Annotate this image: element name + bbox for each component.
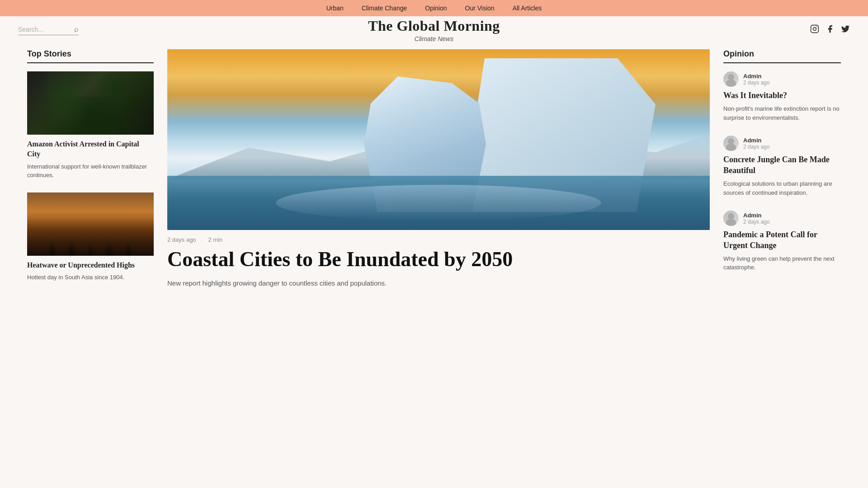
opinion-author-2: Admin 2 days ago bbox=[723, 211, 841, 226]
author-name-0: Admin bbox=[743, 73, 770, 80]
twitter-icon[interactable] bbox=[841, 24, 850, 36]
story-card-amazon[interactable]: Amazon Activist Arrested in Capital City… bbox=[27, 71, 154, 180]
leaf-overlay bbox=[27, 71, 154, 135]
author-avatar-2 bbox=[723, 211, 739, 226]
opinion-author-1: Admin 2 days ago bbox=[723, 136, 841, 151]
article-title: Coastal Cities to Be Inundated by 2050 bbox=[167, 248, 710, 272]
fire-trees bbox=[27, 224, 154, 256]
author-name-1: Admin bbox=[743, 137, 770, 144]
right-sidebar: Opinion Admin 2 days ago Was It Inevitab… bbox=[723, 49, 841, 295]
svg-rect-0 bbox=[811, 25, 819, 33]
top-stories-title: Top Stories bbox=[27, 49, 154, 63]
site-subtitle: Climate News bbox=[368, 35, 500, 42]
site-header: ⌕ The Global Morning Climate News bbox=[0, 16, 868, 36]
main-article-image bbox=[167, 49, 710, 230]
main-content: 2 days ago · 2 min Coastal Cities to Be … bbox=[167, 49, 710, 295]
article-meta: 2 days ago · 2 min bbox=[167, 236, 710, 243]
story-image-amazon bbox=[27, 71, 154, 135]
main-wrapper: Top Stories Amazon Activist Arrested in … bbox=[0, 40, 868, 313]
author-time-1: 2 days ago bbox=[743, 144, 770, 150]
social-icons bbox=[810, 24, 850, 36]
opinion-card-2[interactable]: Admin 2 days ago Pandemic a Potent Call … bbox=[723, 211, 841, 272]
story-title-heatwave: Heatwave or Unprecedented Highs bbox=[27, 260, 154, 270]
site-title: The Global Morning bbox=[368, 18, 500, 34]
search-input[interactable] bbox=[18, 26, 72, 33]
nav-item-all-articles[interactable]: All Articles bbox=[513, 5, 542, 12]
opinion-desc-0: Non-profit's marine life extinction repo… bbox=[723, 104, 841, 122]
opinion-headline-0: Was It Inevitable? bbox=[723, 90, 841, 101]
author-time-2: 2 days ago bbox=[743, 219, 770, 225]
search-button[interactable]: ⌕ bbox=[72, 25, 79, 33]
opinion-desc-1: Ecological solutions to urban planning a… bbox=[723, 179, 841, 197]
left-sidebar: Top Stories Amazon Activist Arrested in … bbox=[27, 49, 154, 295]
facebook-icon[interactable] bbox=[826, 24, 835, 36]
opinion-card-1[interactable]: Admin 2 days ago Concrete Jungle Can Be … bbox=[723, 136, 841, 197]
nav-item-opinion[interactable]: Opinion bbox=[425, 5, 447, 12]
top-nav: UrbanClimate ChangeOpinionOur VisionAll … bbox=[0, 0, 868, 16]
story-title-amazon: Amazon Activist Arrested in Capital City bbox=[27, 139, 154, 160]
svg-point-1 bbox=[813, 28, 816, 31]
author-name-2: Admin bbox=[743, 212, 770, 219]
author-info-0: Admin 2 days ago bbox=[743, 73, 770, 86]
svg-point-2 bbox=[816, 27, 817, 28]
opinion-title: Opinion bbox=[723, 49, 841, 63]
nav-item-our-vision[interactable]: Our Vision bbox=[465, 5, 495, 12]
nav-item-climate-change[interactable]: Climate Change bbox=[362, 5, 407, 12]
author-info-2: Admin 2 days ago bbox=[743, 212, 770, 225]
opinion-headline-2: Pandemic a Potent Call for Urgent Change bbox=[723, 230, 841, 251]
nav-item-urban[interactable]: Urban bbox=[326, 5, 344, 12]
author-info-1: Admin 2 days ago bbox=[743, 137, 770, 150]
instagram-icon[interactable] bbox=[810, 24, 819, 36]
search-form: ⌕ bbox=[18, 25, 79, 35]
opinion-desc-2: Why living green can help prevent the ne… bbox=[723, 254, 841, 272]
story-desc-amazon: International support for well-known tra… bbox=[27, 162, 154, 180]
opinion-headline-1: Concrete Jungle Can Be Made Beautiful bbox=[723, 155, 841, 176]
author-avatar-1 bbox=[723, 136, 739, 151]
article-subtitle: New report highlights growing danger to … bbox=[167, 278, 710, 289]
article-read-time: 2 min bbox=[208, 236, 222, 243]
author-time-0: 2 days ago bbox=[743, 80, 770, 86]
story-image-fire bbox=[27, 192, 154, 256]
author-avatar-0 bbox=[723, 71, 739, 87]
glacier-illustration bbox=[167, 49, 710, 230]
story-card-heatwave[interactable]: Heatwave or Unprecedented Highs Hottest … bbox=[27, 192, 154, 282]
opinion-author-0: Admin 2 days ago bbox=[723, 71, 841, 87]
article-time: 2 days ago bbox=[167, 236, 196, 243]
header-center: The Global Morning Climate News bbox=[368, 18, 500, 42]
opinion-card-0[interactable]: Admin 2 days ago Was It Inevitable? Non-… bbox=[723, 71, 841, 122]
glacier-reflection bbox=[276, 185, 601, 221]
story-desc-heatwave: Hottest day in South Asia since 1904. bbox=[27, 273, 154, 282]
meta-separator: · bbox=[201, 236, 203, 243]
